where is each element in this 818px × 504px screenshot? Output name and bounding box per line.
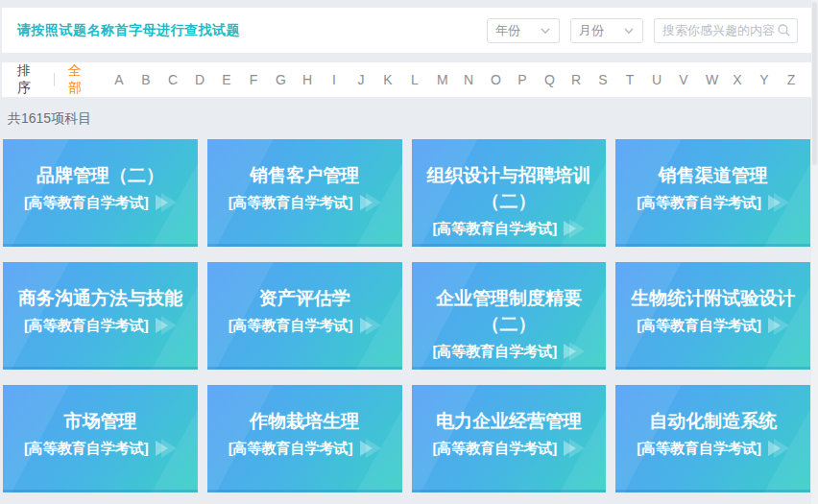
card-tag: [高等教育自学考试] bbox=[229, 440, 353, 458]
card-tag: [高等教育自学考试] bbox=[432, 440, 557, 458]
letter-E[interactable]: E bbox=[222, 72, 231, 87]
header-controls: 年份 月份 bbox=[487, 18, 798, 43]
chevron-down-icon bbox=[623, 25, 635, 36]
divider bbox=[54, 73, 55, 86]
year-select[interactable]: 年份 bbox=[487, 18, 560, 43]
card-tag: [高等教育自学考试] bbox=[24, 317, 149, 335]
letter-D[interactable]: D bbox=[195, 72, 204, 87]
card-tag: [高等教育自学考试] bbox=[24, 440, 149, 458]
arrow-right-icon bbox=[774, 439, 789, 458]
card-tag: [高等教育自学考试] bbox=[432, 343, 557, 361]
letter-list: ABCDEFGHIJKLMNOPQRSTUVWXYZ bbox=[114, 72, 796, 87]
subject-card[interactable]: 电力企业经营管理[高等教育自学考试] bbox=[412, 385, 607, 492]
arrow-right-icon bbox=[161, 439, 177, 458]
subject-card[interactable]: 商务沟通方法与技能[高等教育自学考试] bbox=[3, 262, 198, 370]
card-title: 自动化制造系统 bbox=[623, 408, 803, 434]
subject-card[interactable]: 组织设计与招聘培训 （二）[高等教育自学考试] bbox=[412, 139, 607, 247]
letter-Q[interactable]: Q bbox=[544, 72, 554, 87]
month-select[interactable]: 月份 bbox=[570, 18, 643, 43]
card-title: 销售客户管理 bbox=[215, 162, 395, 188]
subject-count: 共1615项科目 bbox=[2, 97, 811, 139]
card-tag-row: [高等教育自学考试] bbox=[420, 219, 599, 238]
letter-R[interactable]: R bbox=[571, 72, 581, 87]
arrow-right-icon bbox=[161, 193, 177, 212]
card-tag-row: [高等教育自学考试] bbox=[11, 316, 190, 335]
page: 请按照试题名称首字母进行查找试题 年份 月份 排序 bbox=[2, 0, 811, 492]
card-tag-row: [高等教育自学考试] bbox=[420, 342, 599, 361]
alphabet-filter-bar: 排序 全部 ABCDEFGHIJKLMNOPQRSTUVWXYZ bbox=[2, 62, 811, 97]
search-input[interactable] bbox=[662, 23, 777, 37]
letter-B[interactable]: B bbox=[141, 72, 151, 87]
sort-label: 排序 bbox=[17, 62, 40, 97]
subject-card[interactable]: 销售客户管理[高等教育自学考试] bbox=[207, 139, 402, 247]
card-tag: [高等教育自学考试] bbox=[229, 194, 353, 212]
subject-card[interactable]: 市场管理[高等教育自学考试] bbox=[3, 385, 198, 492]
card-title: 生物统计附试验设计 bbox=[623, 285, 803, 311]
letter-G[interactable]: G bbox=[276, 72, 285, 87]
filter-all[interactable]: 全部 bbox=[68, 62, 91, 97]
letter-V[interactable]: V bbox=[679, 72, 688, 87]
letter-C[interactable]: C bbox=[168, 72, 178, 87]
letter-S[interactable]: S bbox=[598, 72, 608, 87]
letter-U[interactable]: U bbox=[652, 72, 662, 87]
subject-card[interactable]: 资产评估学[高等教育自学考试] bbox=[207, 262, 402, 370]
search-box bbox=[654, 18, 798, 43]
letter-H[interactable]: H bbox=[302, 72, 312, 87]
letter-M[interactable]: M bbox=[437, 72, 446, 87]
card-tag: [高等教育自学考试] bbox=[637, 194, 761, 212]
subject-card[interactable]: 销售渠道管理[高等教育自学考试] bbox=[615, 139, 810, 247]
subject-card-grid: 品牌管理（二）[高等教育自学考试]销售客户管理[高等教育自学考试]组织设计与招聘… bbox=[2, 139, 811, 492]
letter-J[interactable]: J bbox=[356, 72, 366, 87]
card-title: 销售渠道管理 bbox=[623, 162, 803, 188]
subject-card[interactable]: 生物统计附试验设计[高等教育自学考试] bbox=[615, 262, 810, 370]
arrow-right-icon bbox=[161, 316, 177, 335]
letter-K[interactable]: K bbox=[383, 72, 393, 87]
letter-X[interactable]: X bbox=[733, 72, 742, 87]
card-tag-row: [高等教育自学考试] bbox=[623, 316, 803, 335]
month-select-value: 月份 bbox=[579, 22, 604, 39]
year-select-value: 年份 bbox=[495, 22, 520, 39]
scrollbar-thumb[interactable] bbox=[812, 2, 817, 165]
letter-L[interactable]: L bbox=[410, 72, 420, 87]
notice-text: 请按照试题名称首字母进行查找试题 bbox=[17, 22, 240, 39]
letter-F[interactable]: F bbox=[249, 72, 258, 87]
letter-P[interactable]: P bbox=[517, 72, 527, 87]
search-icon[interactable] bbox=[777, 23, 791, 37]
letter-I[interactable]: I bbox=[329, 72, 339, 87]
arrow-right-icon bbox=[366, 316, 381, 335]
card-title: 商务沟通方法与技能 bbox=[11, 285, 190, 311]
arrow-right-icon bbox=[774, 316, 789, 335]
arrow-right-icon bbox=[569, 342, 585, 361]
arrow-right-icon bbox=[366, 193, 381, 212]
card-tag-row: [高等教育自学考试] bbox=[215, 193, 395, 212]
arrow-right-icon bbox=[569, 439, 585, 458]
letter-T[interactable]: T bbox=[625, 72, 635, 87]
card-tag: [高等教育自学考试] bbox=[229, 317, 353, 335]
letter-W[interactable]: W bbox=[706, 72, 715, 87]
card-tag: [高等教育自学考试] bbox=[432, 220, 557, 238]
card-tag-row: [高等教育自学考试] bbox=[623, 439, 803, 458]
subject-card[interactable]: 企业管理制度精要 （二）[高等教育自学考试] bbox=[412, 262, 607, 370]
card-tag-row: [高等教育自学考试] bbox=[623, 193, 803, 212]
card-title: 组织设计与招聘培训 （二） bbox=[420, 162, 599, 214]
page-scrollbar[interactable] bbox=[811, 0, 818, 504]
card-tag: [高等教育自学考试] bbox=[637, 317, 761, 335]
subject-card[interactable]: 自动化制造系统[高等教育自学考试] bbox=[615, 385, 810, 492]
chevron-down-icon bbox=[540, 25, 551, 36]
card-title: 品牌管理（二） bbox=[11, 162, 190, 188]
letter-N[interactable]: N bbox=[464, 72, 473, 87]
card-tag: [高等教育自学考试] bbox=[24, 194, 149, 212]
letter-O[interactable]: O bbox=[491, 72, 500, 87]
card-title: 资产评估学 bbox=[215, 285, 395, 311]
subject-card[interactable]: 作物栽培生理[高等教育自学考试] bbox=[207, 385, 402, 492]
card-title: 市场管理 bbox=[11, 408, 190, 434]
filter-header-bar: 请按照试题名称首字母进行查找试题 年份 月份 bbox=[2, 8, 811, 53]
card-tag-row: [高等教育自学考试] bbox=[11, 439, 190, 458]
card-tag-row: [高等教育自学考试] bbox=[215, 439, 395, 458]
letter-A[interactable]: A bbox=[114, 72, 124, 87]
card-title: 电力企业经营管理 bbox=[420, 408, 599, 434]
letter-Y[interactable]: Y bbox=[759, 72, 769, 87]
card-tag: [高等教育自学考试] bbox=[637, 440, 761, 458]
subject-card[interactable]: 品牌管理（二）[高等教育自学考试] bbox=[3, 139, 198, 247]
letter-Z[interactable]: Z bbox=[786, 72, 796, 87]
